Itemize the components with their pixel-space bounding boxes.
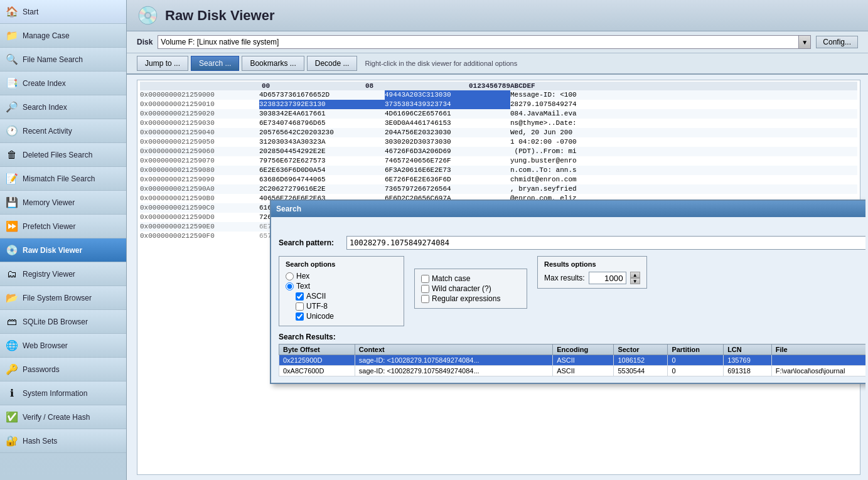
sidebar-item-deleted-files-search[interactable]: 🗑 Deleted Files Search xyxy=(0,143,126,167)
title-bar: 💿 Raw Disk Viewer xyxy=(127,0,868,31)
sidebar-item-create-index[interactable]: 📑 Create Index xyxy=(0,72,126,95)
search-pattern-input[interactable] xyxy=(346,236,865,250)
regex-label: Regular expressions xyxy=(432,294,500,303)
match-case-row[interactable]: Match case xyxy=(421,274,520,283)
dropdown-arrow-icon: ▼ xyxy=(798,35,811,49)
cell-byte-offset: 0xA8C7600D xyxy=(279,366,355,376)
hash-sets-icon: 🔐 xyxy=(5,434,19,448)
utf8-checkbox[interactable] xyxy=(296,302,304,311)
col-lcn: LCN xyxy=(724,344,772,355)
table-row: 0x0000000021259040 205765642C20203230 20… xyxy=(140,128,857,137)
disk-label: Disk xyxy=(137,38,153,46)
table-row: 0x0000000021259080 6E2E636F6D0D0A54 6F3A… xyxy=(140,166,857,175)
sidebar-label-mismatch: Mismatch File Search xyxy=(23,174,95,183)
ascii-checkbox[interactable] xyxy=(296,292,304,301)
registry-icon: 🗂 xyxy=(5,267,19,281)
prefetch-icon: ⏩ xyxy=(5,220,19,233)
sidebar-item-search-index[interactable]: 🔎 Search Index xyxy=(0,95,126,119)
text-radio-row[interactable]: Text xyxy=(286,282,397,291)
sidebar-item-recent-activity[interactable]: 🕐 Recent Activity xyxy=(0,119,126,143)
dialog-help-link[interactable]: Help xyxy=(279,223,865,232)
table-row: 0x0000000021259010 32383237392E3130 3735… xyxy=(140,100,857,109)
sidebar-item-manage-case[interactable]: 📁 Manage Case xyxy=(0,24,126,48)
sidebar-label-manage-case: Manage Case xyxy=(23,31,70,40)
cell-file xyxy=(771,355,865,366)
sidebar-item-file-system-browser[interactable]: 📂 File System Browser xyxy=(0,286,126,310)
manage-case-icon: 📁 xyxy=(5,29,19,43)
memory-icon: 💾 xyxy=(5,196,19,210)
disk-dropdown[interactable]: Volume F: [Linux native file system] xyxy=(158,35,811,49)
toolbar-row: Jump to ... Search ... Bookmarks ... Dec… xyxy=(127,53,868,75)
jump-to-button[interactable]: Jump to ... xyxy=(137,56,188,71)
dialog-titlebar: Search ✕ xyxy=(271,201,865,217)
spinner-down-button[interactable]: ▼ xyxy=(630,278,640,284)
table-row[interactable]: 0x2125900D sage-ID: <10028279.1075849274… xyxy=(279,355,866,366)
table-row[interactable]: 0xA8C7600D sage-ID: <10028279.1075849274… xyxy=(279,366,866,376)
sidebar-item-prefetch-viewer[interactable]: ⏩ Prefetch Viewer xyxy=(0,215,126,238)
config-button[interactable]: Config... xyxy=(816,36,858,48)
text-radio-label: Text xyxy=(296,282,310,291)
hex-col-ascii: 0123456789ABCDEF xyxy=(469,82,535,90)
hex-radio-label: Hex xyxy=(296,272,309,280)
utf8-check-row[interactable]: UTF-8 xyxy=(296,302,397,311)
sidebar-item-start[interactable]: 🏠 Start xyxy=(0,0,126,24)
regex-checkbox[interactable] xyxy=(421,295,429,303)
col-byte-offset: Byte Offset xyxy=(279,344,355,355)
sidebar-item-web-browser[interactable]: 🌐 Web Browser xyxy=(0,334,126,358)
hex-header: 00 08 0123456789ABCDEF xyxy=(140,82,857,90)
search-pattern-row: Search pattern: Find xyxy=(279,235,865,251)
toolbar-hint: Right-click in the disk viewer for addit… xyxy=(365,60,517,67)
sidebar-label-prefetch: Prefetch Viewer xyxy=(23,222,76,231)
match-case-checkbox[interactable] xyxy=(421,275,429,283)
sidebar-label-raw-disk: Raw Disk Viewer xyxy=(23,246,82,255)
hex-radio[interactable] xyxy=(286,272,294,280)
search-options-title: Search options xyxy=(286,260,397,268)
recent-activity-icon: 🕐 xyxy=(5,124,19,138)
regex-row[interactable]: Regular expressions xyxy=(421,294,520,303)
sidebar-label-passwords: Passwords xyxy=(23,365,60,374)
utf8-label: UTF-8 xyxy=(306,302,328,311)
table-row: 0x0000000021259020 3038342E4A617661 4D61… xyxy=(140,109,857,119)
max-results-row: Max results: ▲ ▼ xyxy=(544,272,640,284)
disk-dropdown-wrap: Volume F: [Linux native file system] ▼ xyxy=(158,35,811,49)
bookmarks-button[interactable]: Bookmarks ... xyxy=(242,56,304,71)
mismatch-icon: 📝 xyxy=(5,172,19,186)
hex-col-00: 00 xyxy=(262,82,365,90)
sidebar-item-passwords[interactable]: 🔑 Passwords xyxy=(0,358,126,381)
text-radio[interactable] xyxy=(286,282,294,291)
results-options-box: Results options Max results: ▲ ▼ xyxy=(537,256,647,289)
match-case-label: Match case xyxy=(432,274,470,283)
sidebar-item-memory-viewer[interactable]: 💾 Memory Viewer xyxy=(0,191,126,215)
sidebar-item-sqlite-db-browser[interactable]: 🗃 SQLite DB Browser xyxy=(0,310,126,334)
ascii-check-row[interactable]: ASCII xyxy=(296,292,397,301)
sidebar-label-file-name-search: File Name Search xyxy=(23,55,83,64)
table-row: 0x0000000021259050 312030343A30323A 3030… xyxy=(140,137,857,147)
search-button[interactable]: Search ... xyxy=(191,56,239,71)
sidebar-item-registry-viewer[interactable]: 🗂 Registry Viewer xyxy=(0,262,126,286)
disk-row: Disk Volume F: [Linux native file system… xyxy=(127,31,868,53)
col-sector: Sector xyxy=(614,344,668,355)
sidebar-item-system-information[interactable]: ℹ System Information xyxy=(0,381,126,405)
search-options-row: Search options Hex Text AS xyxy=(279,256,865,326)
wild-char-row[interactable]: Wild character (?) xyxy=(421,284,520,293)
sidebar-item-verify-create-hash[interactable]: ✅ Verify / Create Hash xyxy=(0,405,126,429)
sidebar-item-hash-sets[interactable]: 🔐 Hash Sets xyxy=(0,429,126,453)
max-results-input[interactable] xyxy=(589,272,626,284)
cell-context: sage-ID: <10028279.1075849274084... xyxy=(355,355,552,366)
ascii-label: ASCII xyxy=(306,292,326,301)
wild-char-checkbox[interactable] xyxy=(421,285,429,293)
raw-disk-icon: 💿 xyxy=(5,243,19,257)
dialog-title: Search xyxy=(276,205,301,213)
spinner-up-button[interactable]: ▲ xyxy=(630,272,640,278)
col-file: File xyxy=(771,344,865,355)
decode-button[interactable]: Decode ... xyxy=(307,56,358,71)
sidebar-item-raw-disk-viewer[interactable]: 💿 Raw Disk Viewer xyxy=(0,238,126,262)
hex-radio-row[interactable]: Hex xyxy=(286,272,397,280)
file-system-icon: 📂 xyxy=(5,291,19,305)
unicode-check-row[interactable]: Unicode xyxy=(296,312,397,321)
sidebar-item-file-name-search[interactable]: 🔍 File Name Search xyxy=(0,48,126,72)
verify-hash-icon: ✅ xyxy=(5,410,19,424)
unicode-checkbox[interactable] xyxy=(296,312,304,321)
cell-context: sage-ID: <10028279.1075849274084... xyxy=(355,366,552,376)
sidebar-item-mismatch-file-search[interactable]: 📝 Mismatch File Search xyxy=(0,167,126,191)
